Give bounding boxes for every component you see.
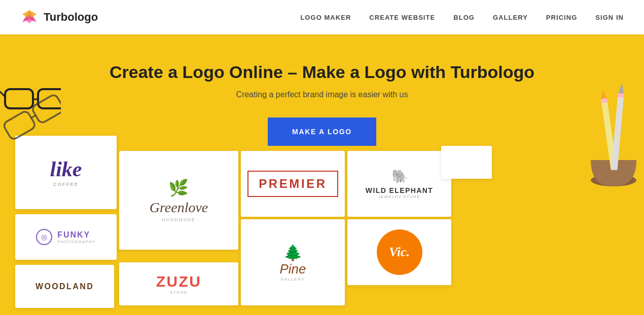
logo-text: Turbologo [44,11,98,24]
logo-card-woodland: WOODLAND [15,265,114,308]
hero-subtitle: Creating a perfect brand image is easier… [236,90,408,99]
pine-card-sub: GALLERY [279,277,306,282]
funky-aperture-icon: ◎ [36,229,52,245]
logo-card-vic: Vic. [347,219,451,285]
logo-card-pine: 🌲 Pine GALLERY [241,219,345,305]
like-card-sub: COFFEE [50,182,82,187]
funky-card-sub: PHOTOGRAPHY [57,240,95,244]
logo-area[interactable]: Turbologo [20,8,98,26]
logo-card-wild-elephant: 🐘 WILD ELEPHANT JEWELRY STORE [347,151,451,217]
header: Turbologo LOGO MAKER CREATE WEBSITE BLOG… [0,0,644,34]
svg-rect-14 [601,98,607,103]
nav-blog[interactable]: BLOG [453,14,475,21]
svg-line-10 [31,115,36,118]
greenlove-leaf-icon: 🌿 [150,178,208,198]
greenlove-card-sub: HANDMADE [150,217,208,222]
hero-title: Create a Logo Online – Make a Logo with … [110,62,534,82]
premier-card-name: PREMIER [259,177,327,190]
nav-create-website[interactable]: CREATE WEBSITE [369,14,435,21]
svg-rect-8 [3,110,37,140]
nav-sign-in[interactable]: SIGN IN [595,14,624,21]
hero-section: Create a Logo Online – Make a Logo with … [0,34,644,315]
svg-rect-17 [618,93,624,98]
svg-rect-3 [5,89,33,108]
main-nav: LOGO MAKER CREATE WEBSITE BLOG GALLERY P… [300,14,624,21]
wild-card-name: WILD ELEPHANT [366,186,433,194]
zuzu-card-sub: STORE [156,290,202,295]
glasses-decoration [0,69,61,170]
logo-card-small [441,146,492,179]
logo-card-funky: ◎ FUNKY PHOTOGRAPHY [15,214,117,260]
logo-card-greenlove: 🌿 Greenlove HANDMADE [119,151,238,250]
vic-card-name: Vic. [389,245,410,260]
wild-card-sub: JEWELRY STORE [366,194,433,199]
logo-card-zuzu: ZUZU STORE [119,262,238,305]
funky-card-name: FUNKY [57,230,95,240]
pine-card-name: Pine [279,261,306,277]
pencil-decoration [578,69,644,211]
nav-pricing[interactable]: PRICING [546,14,577,21]
pine-tree-icon: 🌲 [279,244,306,261]
greenlove-card-name: Greenlove [150,200,208,216]
turbologo-icon [20,8,39,26]
svg-marker-16 [618,83,625,95]
zuzu-card-name: ZUZU [156,273,202,290]
svg-rect-15 [611,94,624,170]
nav-logo-maker[interactable]: LOGO MAKER [300,14,351,21]
logo-card-premier: PREMIER [241,151,345,217]
wild-elephant-icon: 🐘 [366,169,433,184]
nav-gallery[interactable]: GALLERY [493,14,528,21]
vic-circle: Vic. [377,229,422,275]
make-a-logo-button[interactable]: MAKE A LOGO [268,117,376,146]
woodland-card-name: WOODLAND [35,282,94,291]
